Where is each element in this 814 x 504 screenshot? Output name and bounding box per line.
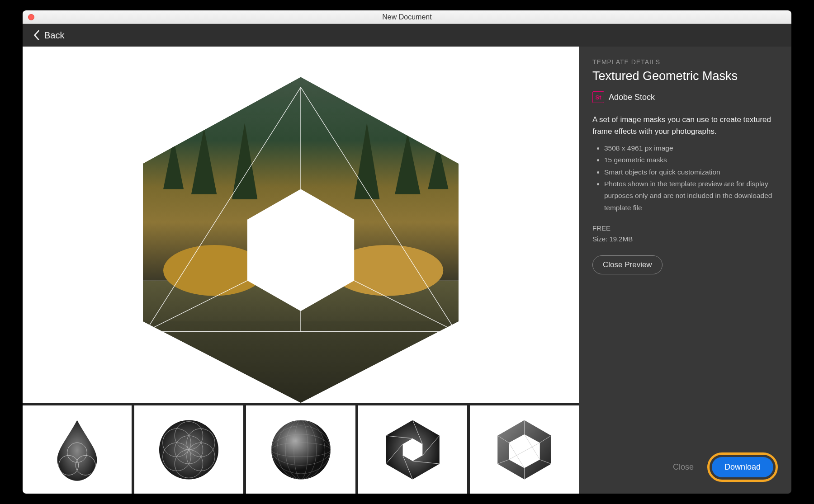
stock-source[interactable]: St Adobe Stock <box>592 91 778 103</box>
close-preview-button[interactable]: Close Preview <box>592 255 663 274</box>
new-document-window: New Document Back <box>23 10 791 494</box>
thumb-sphere-grid[interactable] <box>246 405 355 494</box>
window-title: New Document <box>23 13 791 21</box>
thumb-teardrop[interactable] <box>23 405 132 494</box>
window-controls <box>28 14 34 20</box>
svg-point-31 <box>271 420 330 479</box>
feature-item: Smart objects for quick customization <box>604 166 778 178</box>
preview-pane <box>23 47 579 494</box>
back-label: Back <box>44 30 64 41</box>
feature-item: 3508 x 4961 px image <box>604 142 778 154</box>
topbar: Back <box>23 24 791 47</box>
stock-label: Adobe Stock <box>609 93 655 102</box>
panel-footer: Close Download <box>592 452 778 482</box>
price-label: FREE <box>592 223 778 234</box>
thumbnail-row <box>23 405 579 494</box>
template-title: Textured Geometric Masks <box>592 69 778 83</box>
close-button[interactable]: Close <box>666 458 701 476</box>
thumb-circle-flower[interactable] <box>134 405 243 494</box>
chevron-left-icon <box>33 30 40 40</box>
template-description: A set of image masks you can use to crea… <box>592 114 778 137</box>
feature-item: Photos shown in the template preview are… <box>604 178 778 214</box>
thumb-aperture[interactable] <box>358 405 467 494</box>
hexagon-preview-image <box>23 47 579 403</box>
main-preview <box>23 47 579 403</box>
template-meta: FREE Size: 19.2MB <box>592 223 778 245</box>
download-highlight: Download <box>707 452 778 482</box>
download-button[interactable]: Download <box>712 457 773 477</box>
thumb-hex-cube[interactable] <box>470 405 579 494</box>
size-label: Size: 19.2MB <box>592 234 778 245</box>
details-header: TEMPLATE DETAILS <box>592 58 778 66</box>
adobe-stock-icon: St <box>592 91 604 103</box>
feature-item: 15 geometric masks <box>604 154 778 166</box>
close-window-icon[interactable] <box>28 14 34 20</box>
details-panel: TEMPLATE DETAILS Textured Geometric Mask… <box>579 47 791 494</box>
content: TEMPLATE DETAILS Textured Geometric Mask… <box>23 47 791 494</box>
titlebar: New Document <box>23 10 791 24</box>
back-button[interactable]: Back <box>33 30 64 41</box>
feature-list: 3508 x 4961 px image 15 geometric masks … <box>592 142 778 214</box>
